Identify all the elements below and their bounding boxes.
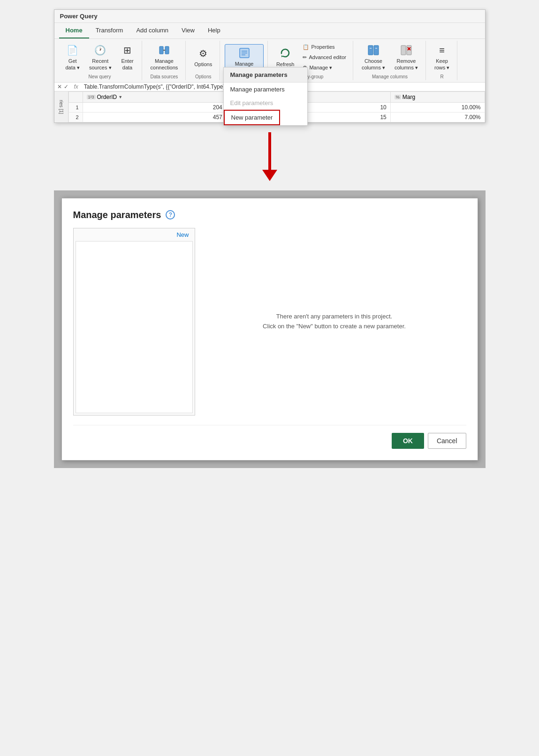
svg-rect-12 [401,45,406,55]
row-2-num: 2 [68,112,83,122]
keep-rows-button[interactable]: ≡ Keeprows ▾ [431,42,453,73]
advanced-editor-label: Advanced editor [309,54,346,60]
ribbon-tabs: Home Transform Add column View Help [54,23,485,39]
dialog-right-panel: There aren't any parameters in this proj… [203,228,466,416]
advanced-editor-icon: ✏ [303,54,307,60]
new-param-box: New parameter [224,110,281,125]
recent-sources-label: Recentsources ▾ [89,58,112,71]
app-title: Power Query [60,13,98,20]
tab-home[interactable]: Home [59,23,89,38]
choose-columns-button[interactable]: Choosecolumns ▾ [358,42,389,73]
row-1-margin: 10.00% [390,102,485,112]
orderid-dropdown-icon[interactable]: ▼ [118,95,122,99]
help-icon-label: ? [169,212,172,218]
tab-view[interactable]: View [175,23,201,38]
fx-close-icon[interactable]: ✕ [57,83,62,90]
enter-data-icon: ⊞ [121,44,134,57]
row-num-header [68,91,83,102]
advanced-editor-button[interactable]: ✏ Advanced editor [300,53,349,62]
options-icon: ⚙ [197,47,210,60]
svg-marker-7 [281,55,283,57]
arrow-indicator [0,132,539,181]
svg-rect-13 [407,45,411,55]
parameter-list [76,241,193,413]
enter-data-label: Enterdata [121,58,133,71]
fx-label: fx [71,83,81,90]
choose-columns-label: Choosecolumns ▾ [362,58,385,71]
arrow-head [262,170,277,181]
marg-col-label: Marg [402,94,415,100]
manage-connections-button[interactable]: Manageconnections [147,42,182,73]
col-header-marg[interactable]: % Marg [390,91,485,102]
ribbon-group-keep-rows: ≡ Keeprows ▾ R [427,41,457,80]
manage-params-dropdown: Manage parameters Manage parameters Edit… [223,67,308,126]
dialog-body: New There aren't any parameters in this … [73,228,466,416]
dialog-footer: OK Cancel [73,425,466,449]
enter-data-button[interactable]: ⊞ Enterdata [117,42,138,73]
fx-confirm-icon[interactable]: ✓ [64,83,68,90]
ribbon-group-buttons: 📄 Getdata ▾ 🕐 Recentsources ▾ ⊞ Enterdat… [62,42,138,73]
ribbon-group-data-sources: Manageconnections Data sources [143,41,186,80]
svg-rect-1 [165,46,169,54]
get-data-icon: 📄 [66,44,79,57]
row-2-margin: 7.00% [390,112,485,122]
ribbon-group-options: ⚙ Options Options [187,41,220,80]
svg-rect-9 [374,45,379,55]
new-parameter-link[interactable]: New [74,228,195,241]
arrow-line [268,132,271,170]
manage-parameters-icon [238,46,251,60]
ribbon-group-manage-columns: Choosecolumns ▾ Removecolumns ▾ Manage c… [354,41,426,80]
dropdown-header: Manage parameters [224,68,307,83]
marg-type-badge: % [395,95,401,99]
ribbon-group-opt-buttons: ⚙ Options [190,42,216,73]
properties-button[interactable]: 📋 Properties [300,42,349,52]
orderid-col-label: OrderID [97,94,117,100]
keep-rows-label: R [440,73,444,79]
svg-rect-0 [159,46,163,54]
properties-icon: 📋 [303,44,309,50]
formula-bar-actions: ✕ ✓ [57,83,68,90]
manage-label: Manage ▾ [309,64,332,71]
dialog-title-text: Manage parameters [73,210,161,220]
queries-panel: ries [1] [54,91,68,122]
options-button[interactable]: ⚙ Options [190,45,216,69]
manage-columns-label: Manage columns [372,73,408,79]
col-header-orderid[interactable]: 1²3 OrderID ▼ [83,91,226,102]
empty-message: There aren't any parameters in this proj… [263,312,406,332]
ok-button[interactable]: OK [392,433,424,449]
row-1-orderid: 204 [83,102,226,112]
data-sources-label: Data sources [150,73,178,79]
ribbon-toolbar: 📄 Getdata ▾ 🕐 Recentsources ▾ ⊞ Enterdat… [54,39,485,83]
new-query-label: New query [89,73,111,79]
manage-connections-icon [158,44,171,57]
keep-rows-icon: ≡ [435,44,448,57]
remove-columns-button[interactable]: Removecolumns ▾ [391,42,422,73]
ribbon-group-mc-buttons: Choosecolumns ▾ Removecolumns ▾ [358,42,422,73]
options-label: Options [194,61,212,68]
row-2-orderid: 457 [83,112,226,122]
tab-add-column[interactable]: Add column [129,23,175,38]
refresh-button[interactable]: Refresh [273,45,298,69]
tab-help[interactable]: Help [201,23,227,38]
recent-sources-icon: 🕐 [94,44,107,57]
remove-columns-label: Removecolumns ▾ [395,58,418,71]
ribbon-group-ds-buttons: Manageconnections [147,42,182,73]
dialog-left-panel: New [73,228,195,416]
empty-line-2: Click on the "New" button to create a ne… [263,322,406,332]
recent-sources-button[interactable]: 🕐 Recentsources ▾ [85,42,115,73]
keep-rows-label: Keeprows ▾ [434,58,449,71]
get-data-label: Getdata ▾ [66,58,80,71]
new-param-menu-item[interactable]: New parameter [225,111,280,124]
ribbon-group-kr-buttons: ≡ Keeprows ▾ [431,42,453,73]
refresh-icon [279,47,292,60]
empty-line-1: There aren't any parameters in this proj… [263,312,406,322]
tab-transform[interactable]: Transform [89,23,130,38]
properties-label: Properties [311,44,334,50]
power-query-window: Power Query Home Transform Add column Vi… [54,9,486,123]
get-data-button[interactable]: 📄 Getdata ▾ [62,42,84,73]
manage-params-menu-item[interactable]: Manage parameters [224,83,307,96]
cancel-button[interactable]: Cancel [428,433,466,449]
help-icon[interactable]: ? [166,210,175,219]
options-group-label: Options [195,73,211,79]
choose-columns-icon [367,44,380,57]
